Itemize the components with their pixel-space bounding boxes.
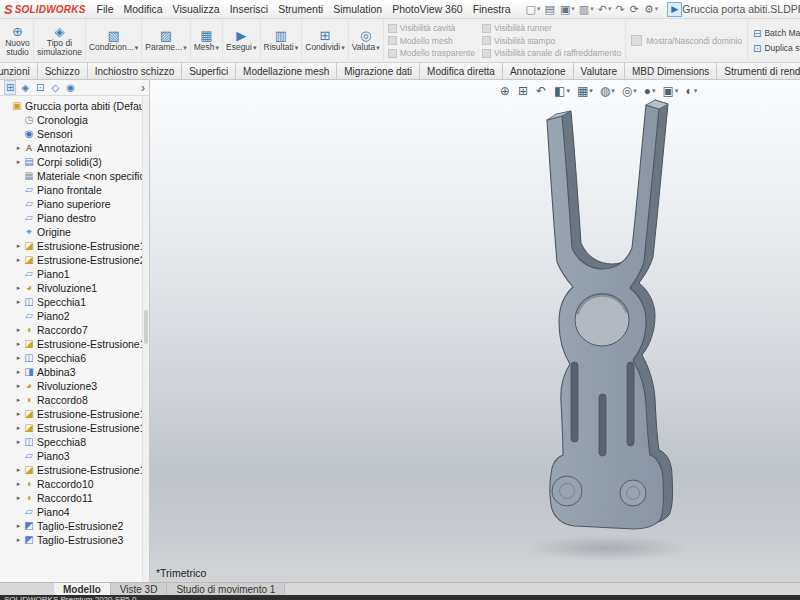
slot-cutout[interactable] — [571, 362, 578, 442]
feature-tree-item[interactable]: ▸ Estrusione-Estrusione15 — [2, 463, 149, 477]
base-boss[interactable] — [552, 476, 582, 506]
ribbon-button[interactable]: ▦ Mesh▾ — [191, 20, 223, 61]
expand-caret-icon[interactable]: ▸ — [14, 354, 23, 362]
expand-caret-icon[interactable]: ▸ — [14, 368, 23, 376]
featuremanager-tree-tab[interactable]: ⊞ — [5, 81, 15, 94]
expand-caret-icon[interactable]: ▸ — [14, 284, 23, 292]
expand-caret-icon[interactable]: ▸ — [14, 536, 23, 544]
zoom-area-icon[interactable]: ⊞ — [518, 84, 529, 98]
expand-caret-icon[interactable]: ▸ — [14, 382, 23, 390]
open-icon[interactable]: ▤ — [544, 3, 555, 16]
commandmanager-tab[interactable]: Valutare — [574, 63, 626, 79]
visibility-toggle[interactable]: Visibilità cavità — [388, 22, 475, 34]
expand-caret-icon[interactable]: ▸ — [14, 144, 23, 152]
view-settings-icon[interactable]: ◐▾ — [685, 84, 697, 98]
commandmanager-tab[interactable]: Strumenti di rendering — [717, 63, 800, 79]
apply-scene-icon[interactable]: ▣▾ — [663, 84, 679, 98]
feature-tree-item[interactable]: ▸ Estrusione-Estrusione11 — [2, 337, 149, 351]
commandmanager-tab[interactable]: Annotazione — [503, 63, 574, 79]
ribbon-button[interactable]: ⊕ Nuovo studio — [2, 20, 34, 61]
feature-tree-item[interactable]: ▸ Estrusione-Estrusione2 — [2, 253, 149, 267]
expand-caret-icon[interactable]: ▸ — [14, 158, 23, 166]
tree-scrollbar[interactable] — [142, 97, 149, 582]
expand-caret-icon[interactable]: ▸ — [14, 522, 23, 530]
ribbon-button[interactable]: ▧ Condizion...▾ — [86, 20, 142, 61]
model-3d-view[interactable] — [150, 80, 800, 582]
feature-tree-item[interactable]: ▸ Specchia1 — [2, 295, 149, 309]
commandmanager-tab[interactable]: Modifica diretta — [420, 63, 503, 79]
previous-view-icon[interactable]: ↶ — [536, 84, 547, 98]
feature-tree-item[interactable]: ▸ Rivoluzione1 — [2, 281, 149, 295]
feature-tree-item[interactable]: Piano2 — [2, 309, 149, 323]
menu-item[interactable]: Finestra — [468, 3, 516, 15]
commandmanager-tab[interactable]: Migrazione dati — [337, 63, 420, 79]
ribbon-button[interactable]: ⊡ Duplica studio — [753, 43, 800, 54]
expand-caret-icon[interactable]: ▸ — [14, 298, 23, 306]
feature-tree-item[interactable]: ▸ Annotazioni — [2, 141, 149, 155]
menu-item[interactable]: Inserisci — [225, 3, 274, 15]
propertymanager-tab[interactable]: ◈ — [20, 81, 30, 94]
visibility-toggle[interactable]: Modello mesh — [388, 35, 475, 47]
scrollbar-thumb[interactable] — [144, 310, 148, 344]
feature-tree-item[interactable]: Sensori — [2, 127, 149, 141]
display-style-icon[interactable]: ◍▾ — [600, 84, 615, 98]
commandmanager-tab[interactable]: MBD Dimensions — [625, 63, 717, 79]
edit-appearance-icon[interactable]: ●▾ — [644, 84, 656, 98]
ribbon-button[interactable]: ⊞ Condividi▾ — [302, 20, 348, 61]
hide-show-items-icon[interactable]: ◎▾ — [622, 84, 637, 98]
expand-caret-icon[interactable]: ▸ — [14, 494, 23, 502]
feature-tree-item[interactable]: ▸ Rivoluzione3 — [2, 379, 149, 393]
ribbon-button[interactable]: ◈ Tipo di simulazione — [34, 20, 86, 61]
feature-tree-item[interactable]: ▸ Estrusione-Estrusione1 — [2, 239, 149, 253]
commandmanager-tab[interactable]: Superfici — [182, 63, 236, 79]
document-tab[interactable]: Modello — [54, 583, 111, 595]
menu-item[interactable]: Modifica — [118, 3, 167, 15]
view-orientation-icon[interactable]: ▦▾ — [577, 84, 593, 98]
commandmanager-tab[interactable]: Modellazione mesh — [236, 63, 337, 79]
commandmanager-tab[interactable]: Inchiostro schizzo — [88, 63, 182, 79]
zoom-fit-icon[interactable]: ⊕ — [500, 84, 511, 98]
menu-item[interactable]: Simulation — [328, 3, 387, 15]
menu-item[interactable]: PhotoView 360 — [387, 3, 467, 15]
menu-item[interactable]: File — [92, 3, 119, 15]
feature-tree-item[interactable]: Piano destro — [2, 211, 149, 225]
collapse-panel-arrow[interactable]: › — [141, 81, 145, 95]
displaymanager-tab[interactable]: ◉ — [65, 81, 76, 94]
rebuild-icon[interactable]: ⟳ — [630, 3, 640, 16]
expand-caret-icon[interactable]: ▸ — [14, 410, 23, 418]
feature-tree-item[interactable]: ▸ Specchia8 — [2, 435, 149, 449]
document-tab[interactable]: Viste 3D — [111, 583, 168, 595]
feature-tree-item[interactable]: ▸ Taglio-Estrusione3 — [2, 533, 149, 547]
new-document-icon[interactable]: ▢▾ — [526, 3, 541, 16]
feature-tree-item[interactable]: ▸ Taglio-Estrusione2 — [2, 519, 149, 533]
expand-caret-icon[interactable]: ▸ — [14, 242, 23, 250]
play-macro-button[interactable]: ▶ — [667, 2, 682, 17]
dimxpertmanager-tab[interactable]: ◇ — [50, 81, 60, 94]
document-tab[interactable]: Studio di movimento 1 — [167, 583, 285, 595]
commandmanager-tab[interactable]: unzioni — [0, 63, 38, 79]
feature-tree-item[interactable]: ▸ Raccordo8 — [2, 393, 149, 407]
feature-tree-item[interactable]: Gruccia porta abiti (Default) <<De — [2, 99, 149, 113]
options-icon[interactable]: ⚙▾ — [644, 3, 658, 16]
show-hide-domain-button[interactable]: Mostra/Nascondi dominio — [626, 20, 748, 61]
undo-icon[interactable]: ↶▾ — [598, 3, 612, 16]
ribbon-button[interactable]: ⊟ Batch Manager — [753, 28, 800, 39]
feature-tree-item[interactable]: Piano frontale — [2, 183, 149, 197]
ribbon-button[interactable]: ◎ Valuta▾ — [349, 20, 384, 61]
slot-cutout[interactable] — [627, 362, 634, 446]
print-icon[interactable]: ▥▾ — [579, 3, 594, 16]
ribbon-button[interactable]: ▶ Esegui▾ — [223, 20, 261, 61]
visibility-toggle[interactable]: Visibilità canale di raffreddamento — [482, 47, 621, 59]
visibility-toggle[interactable]: Visibilità runner — [482, 22, 621, 34]
base-boss[interactable] — [620, 480, 646, 506]
feature-tree-item[interactable]: ▸ Abbina3 — [2, 365, 149, 379]
graphics-area[interactable]: ⊕ ⊞ ↶ ◧▾ ▦▾ — [150, 80, 800, 582]
visibility-toggle[interactable]: Modello trasparente — [388, 47, 475, 59]
expand-caret-icon[interactable]: ▸ — [14, 256, 23, 264]
expand-caret-icon[interactable]: ▸ — [14, 466, 23, 474]
expand-caret-icon[interactable]: ▸ — [14, 396, 23, 404]
feature-tree-item[interactable]: ▸ Raccordo10 — [2, 477, 149, 491]
feature-tree-item[interactable]: ▸ Corpi solidi(3) — [2, 155, 149, 169]
expand-caret-icon[interactable]: ▸ — [14, 326, 23, 334]
feature-tree-item[interactable]: ▸ Raccordo11 — [2, 491, 149, 505]
